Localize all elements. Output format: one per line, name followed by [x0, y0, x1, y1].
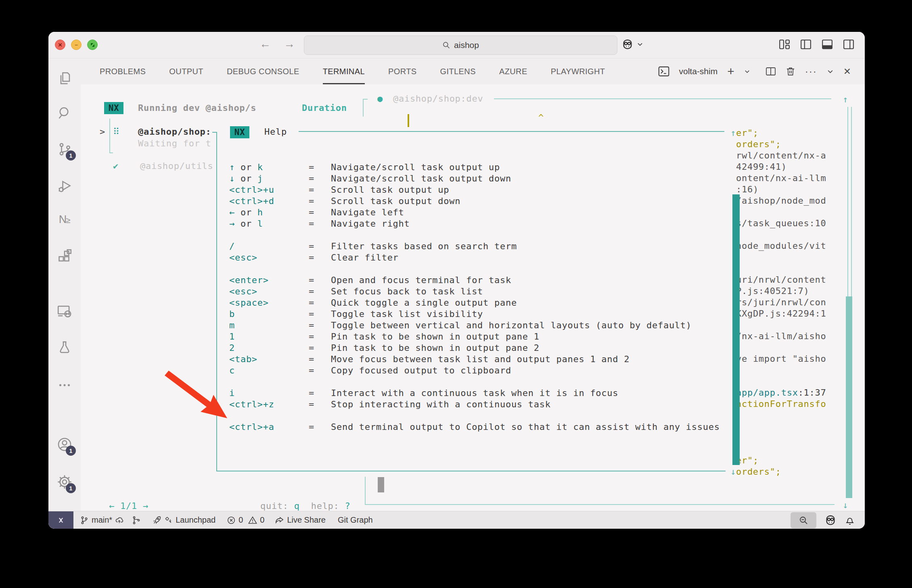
output-text-line: er";: [730, 455, 865, 466]
status-bar: main* Launchpad: [48, 511, 865, 529]
pager-right-arrow[interactable]: →: [143, 501, 149, 511]
tab-azure[interactable]: AZURE: [499, 58, 527, 84]
output-text-line: KXgDP.js:42294:1: [730, 308, 865, 319]
task-bracket-foot: [109, 152, 113, 153]
help-row: <enter>=Open and focus terminal for task: [229, 275, 738, 286]
output-pane-corner-line: [363, 99, 364, 117]
help-row: 1=Pin task to be shown in output pane 1: [229, 331, 738, 342]
toggle-primary-sidebar-icon[interactable]: [800, 39, 812, 50]
zoom-indicator[interactable]: [791, 512, 816, 528]
notifications-bell-icon[interactable]: [845, 515, 855, 525]
output-text-line: [730, 432, 865, 444]
extensions-icon[interactable]: [56, 248, 73, 264]
scrollbar-thumb-light[interactable]: [846, 296, 852, 498]
problems-status-item[interactable]: 0 0: [227, 515, 264, 525]
minimize-window-button[interactable]: −: [71, 40, 82, 50]
help-row: <esc>=Clear filter: [229, 252, 738, 263]
tab-problems[interactable]: PROBLEMS: [100, 58, 146, 84]
settings-gear-icon[interactable]: 1: [56, 474, 73, 490]
tab-debug-console[interactable]: DEBUG CONSOLE: [227, 58, 299, 84]
remote-brackets-icon: [56, 516, 65, 524]
close-window-button[interactable]: ✕: [55, 40, 65, 50]
source-control-icon[interactable]: 1: [56, 141, 73, 157]
terminal-cursor: [408, 114, 409, 127]
run-debug-icon[interactable]: [56, 178, 73, 194]
task-row-status: Waiting for t: [138, 138, 211, 149]
terminal-instance-label[interactable]: volta-shim: [679, 67, 718, 76]
forward-button[interactable]: →: [284, 38, 295, 50]
branch-name: main*: [92, 515, 112, 525]
output-text-line: P.js:40521:7): [730, 286, 865, 297]
tab-terminal[interactable]: TERMINAL: [323, 58, 365, 84]
branch-status-item[interactable]: main*: [80, 515, 124, 525]
output-text-line: [730, 319, 865, 331]
copilot-status-icon[interactable]: [824, 514, 837, 526]
output-text-line: :16): [730, 184, 865, 195]
command-center-search[interactable]: aishop: [304, 35, 617, 55]
output-text-line: rwl/content/nx-a: [730, 150, 865, 161]
back-button[interactable]: ←: [259, 38, 271, 50]
toggle-secondary-sidebar-icon[interactable]: [843, 39, 854, 50]
pager-left-arrow[interactable]: ←: [109, 501, 115, 511]
output-scrollbar-thumb-dark[interactable]: [732, 194, 740, 465]
remote-indicator[interactable]: [48, 511, 73, 529]
git-graph-status-item[interactable]: Git Graph: [338, 515, 373, 525]
output-text-line: 42499:41): [730, 161, 865, 173]
accounts-icon[interactable]: 1: [56, 436, 73, 452]
remote-explorer-icon[interactable]: [56, 303, 73, 319]
output-text-line: rs/juri/nrwl/con: [730, 297, 865, 308]
tab-ports[interactable]: PORTS: [388, 58, 417, 84]
toggle-panel-icon[interactable]: [822, 39, 833, 50]
new-terminal-button[interactable]: +: [727, 65, 734, 77]
pager-controls: ← 1/1 →: [109, 500, 149, 512]
panel-collapse-chevron-icon[interactable]: [827, 68, 834, 75]
task-spinner-icon: ⠿: [113, 126, 120, 138]
zoom-icon: [90, 43, 95, 47]
output-text-line: [730, 365, 865, 376]
output-text-line: [730, 444, 865, 455]
launchpad-status-item[interactable]: Launchpad: [152, 515, 215, 525]
output-text-line: orders";: [730, 139, 865, 150]
output-text-line: /nx-ai-llm/aisho: [730, 331, 865, 342]
output-text-line: [730, 410, 865, 421]
window-controls: ✕ −: [55, 40, 98, 50]
horizontal-scrollbar-thumb[interactable]: [378, 477, 384, 492]
copilot-icon[interactable]: [621, 38, 634, 50]
help-row: <space>=Quick toggle a single output pan…: [229, 297, 738, 309]
scrollbar-up-arrow[interactable]: ↑: [843, 94, 848, 105]
output-caret-char: ^: [538, 112, 544, 123]
task-list-title: Running dev @aishop/s: [138, 102, 256, 114]
output-text-line: uri/nrwl/content: [730, 274, 865, 286]
pager-pages: 1/1: [120, 501, 137, 511]
quit-key: q: [294, 501, 300, 511]
live-share-status-item[interactable]: Live Share: [275, 515, 326, 525]
help-nx-badge: NX: [230, 126, 249, 138]
graph-status-item[interactable]: [132, 516, 141, 525]
tab-output[interactable]: OUTPUT: [169, 58, 203, 84]
titlebar: ✕ − ← → aishop: [48, 32, 865, 58]
tab-gitlens[interactable]: GITLENS: [440, 58, 476, 84]
kill-terminal-trash-icon[interactable]: [786, 67, 795, 76]
customize-layout-icon[interactable]: [779, 39, 790, 50]
output-text-line: ↓orders";: [730, 466, 865, 477]
panel-more-actions-icon[interactable]: ···: [805, 66, 817, 77]
scrollbar-down-arrow[interactable]: ↓: [843, 500, 848, 511]
help-row: c=Copy focused output to clipboard: [229, 365, 738, 376]
terminal-content[interactable]: NX Running dev @aishop/s Duration > ⠿ @a…: [81, 84, 865, 511]
nx-console-icon[interactable]: N≥: [56, 211, 73, 227]
help-row: i=Interact with a continuous task when i…: [229, 388, 738, 399]
output-task-label: @aishop/shop:dev: [393, 93, 483, 104]
more-views-icon[interactable]: [56, 377, 73, 393]
explorer-icon[interactable]: [56, 70, 73, 86]
close-panel-icon[interactable]: ✕: [843, 66, 851, 77]
tab-playwright[interactable]: PLAYWRIGHT: [551, 58, 605, 84]
zoom-window-button[interactable]: [87, 40, 98, 50]
output-text-line: [730, 342, 865, 353]
split-terminal-icon[interactable]: [766, 67, 776, 76]
chevron-down-icon[interactable]: [637, 41, 643, 48]
terminal-profile-chevron-icon[interactable]: [744, 69, 750, 75]
testing-icon[interactable]: [56, 340, 73, 356]
output-text-line: ve import "aisho: [730, 353, 865, 365]
nx-task-badge: NX: [104, 102, 123, 114]
search-sidebar-icon[interactable]: [56, 105, 73, 121]
